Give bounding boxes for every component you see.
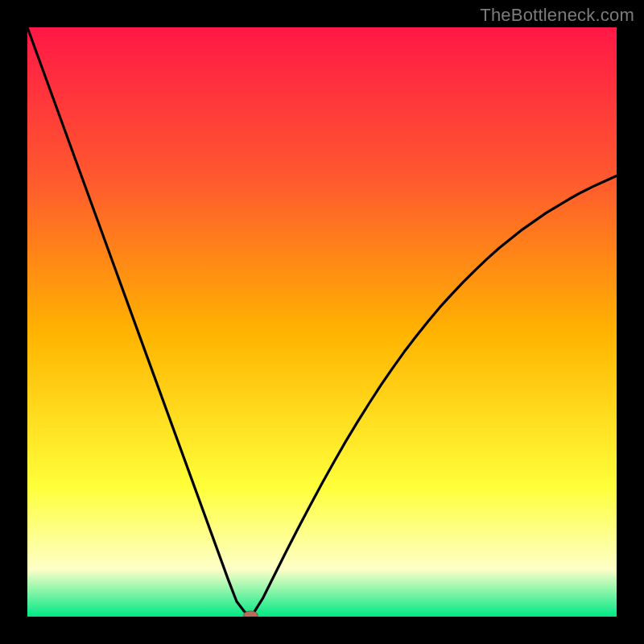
plot-area bbox=[27, 27, 617, 617]
minimum-marker bbox=[244, 611, 258, 617]
chart-frame: TheBottleneck.com bbox=[0, 0, 644, 644]
gradient-background bbox=[27, 27, 617, 617]
chart-svg bbox=[27, 27, 617, 617]
attribution-label: TheBottleneck.com bbox=[480, 5, 634, 26]
